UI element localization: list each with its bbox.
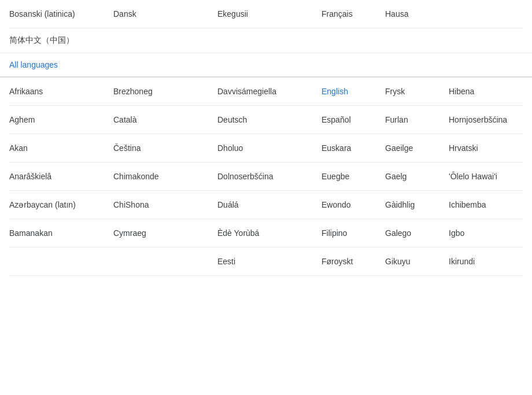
chinese-language-label[interactable]: 简体中文（中国）	[9, 35, 74, 51]
lang-foroyskt[interactable]: Føroyskt	[322, 248, 385, 275]
language-row-1: Afrikaans Brezhoneg Davvisámegiella Engl…	[9, 77, 523, 106]
lang-duala[interactable]: Duálá	[217, 191, 322, 219]
lang-catala[interactable]: Català	[113, 106, 217, 134]
lang-cell[interactable]: Français	[322, 0, 385, 28]
lang-empty-2	[113, 248, 217, 275]
lang-hrvatski[interactable]: Hrvatski	[449, 134, 523, 162]
lang-cell[interactable]: Dansk	[113, 0, 217, 28]
lang-gaelg[interactable]: Gaelg	[385, 163, 449, 190]
lang-hibena[interactable]: Hibena	[449, 77, 523, 105]
lang-espanol[interactable]: Español	[322, 106, 385, 134]
lang-gikuyu[interactable]: Gikuyu	[385, 248, 449, 275]
top-language-row: Bosanski (latinica) Dansk Ekegusii Franç…	[9, 0, 523, 28]
lang-empty-1	[9, 248, 113, 275]
language-row-6: Bamanakan Cymraeg Èdè Yorùbá Filipino Ga…	[9, 219, 523, 248]
lang-english[interactable]: English	[322, 77, 385, 105]
lang-deutsch[interactable]: Deutsch	[217, 106, 322, 134]
lang-filipino[interactable]: Filipino	[322, 219, 385, 247]
lang-afrikaans[interactable]: Afrikaans	[9, 77, 113, 105]
lang-frysk[interactable]: Frysk	[385, 77, 449, 105]
lang-dolno[interactable]: Dolnoserbšćina	[217, 163, 322, 190]
lang-ichibemba[interactable]: Ichibemba	[449, 191, 523, 219]
lang-cymraeg[interactable]: Cymraeg	[113, 219, 217, 247]
language-grid: Afrikaans Brezhoneg Davvisámegiella Engl…	[0, 77, 532, 276]
language-row-2: Aghem Català Deutsch Español Furlan Horn…	[9, 106, 523, 134]
lang-ikirundi[interactable]: Ikirundi	[449, 248, 523, 275]
lang-furlan[interactable]: Furlan	[385, 106, 449, 134]
lang-igbo[interactable]: Igbo	[449, 219, 523, 247]
lang-cell	[449, 0, 523, 28]
lang-brezhoneg[interactable]: Brezhoneg	[113, 77, 217, 105]
lang-cell[interactable]: Ekegusii	[217, 0, 322, 28]
lang-akan[interactable]: Akan	[9, 134, 113, 162]
lang-chimakonde[interactable]: Chimakonde	[113, 163, 217, 190]
lang-olelo[interactable]: 'Ōlelo Hawai'i	[449, 163, 523, 190]
lang-azerbaycan[interactable]: Azərbaycan (latın)	[9, 191, 113, 219]
lang-aghem[interactable]: Aghem	[9, 106, 113, 134]
lang-dholuo[interactable]: Dholuo	[217, 134, 322, 162]
lang-cell[interactable]: Bosanski (latinica)	[9, 0, 113, 28]
lang-gaeilge[interactable]: Gaeilge	[385, 134, 449, 162]
language-row-7: Eesti Føroyskt Gikuyu Ikirundi	[9, 248, 523, 276]
lang-gaidhlig[interactable]: Gàidhlig	[385, 191, 449, 219]
language-row-5: Azərbaycan (latın) ChiShona Duálá Ewondo…	[9, 191, 523, 219]
lang-hornjoserbscina[interactable]: Hornjoserbšćina	[449, 106, 523, 134]
lang-ewondo[interactable]: Ewondo	[322, 191, 385, 219]
lang-eesti[interactable]: Eesti	[217, 248, 322, 275]
all-languages-link[interactable]: All languages	[9, 60, 58, 69]
lang-euegbe[interactable]: Euegbe	[322, 163, 385, 190]
lang-anaras[interactable]: Anarâškielâ	[9, 163, 113, 190]
lang-bamanakan[interactable]: Bamanakan	[9, 219, 113, 247]
lang-galego[interactable]: Galego	[385, 219, 449, 247]
language-row-4: Anarâškielâ Chimakonde Dolnoserbšćina Eu…	[9, 163, 523, 191]
lang-cell[interactable]: Hausa	[385, 0, 449, 28]
lang-davvisameg[interactable]: Davvisámegiella	[217, 77, 322, 105]
lang-cestina[interactable]: Čeština	[113, 134, 217, 162]
lang-ede-yoruba[interactable]: Èdè Yorùbá	[217, 219, 322, 247]
lang-euskara[interactable]: Euskara	[322, 134, 385, 162]
language-row-3: Akan Čeština Dholuo Euskara Gaeilge Hrva…	[9, 134, 523, 163]
lang-chishona[interactable]: ChiShona	[113, 191, 217, 219]
